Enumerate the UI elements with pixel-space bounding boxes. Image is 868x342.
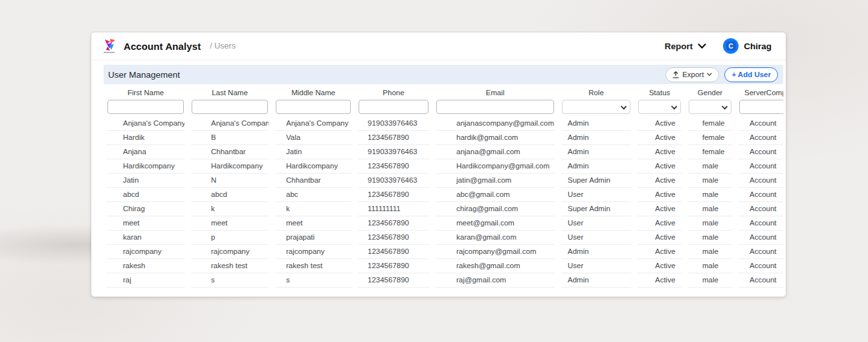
- filter-select-status[interactable]: [638, 100, 681, 114]
- cell-last-name: p: [191, 231, 269, 245]
- cell-role: User: [561, 188, 631, 202]
- cell-last-name: meet: [191, 216, 269, 231]
- cell-email: anjana@gmail.com: [436, 145, 555, 159]
- cell-role: Super Admin: [561, 174, 631, 188]
- cell-gender: male: [688, 202, 732, 216]
- cell-email: rakesh@gmail.com: [436, 259, 555, 273]
- cell-middle-name: Hardikcompany: [275, 159, 351, 174]
- cell-email: anjanascompany@gmail.com: [436, 117, 555, 131]
- brand: Account Analyst / Users: [102, 38, 236, 54]
- cell-role: User: [561, 216, 631, 231]
- cell-middle-name: rajcompany: [275, 245, 351, 259]
- cell-gender: female: [688, 131, 732, 145]
- cell-phone: 1234567890: [358, 245, 429, 259]
- column-header-servercompany: ServerCompany: [735, 84, 783, 98]
- upload-icon: [673, 71, 679, 78]
- cell-status: Active: [638, 131, 682, 145]
- main-card: Account Analyst / Users Report C Chirag …: [91, 32, 786, 297]
- filter-input-servercompany[interactable]: [739, 100, 783, 114]
- cell-middle-name: Vala: [275, 131, 351, 145]
- chevron-down-icon: [707, 73, 712, 76]
- cell-servercompany: Account: [739, 259, 783, 273]
- cell-gender: female: [688, 117, 732, 131]
- cell-middle-name: rakesh test: [275, 259, 351, 273]
- cell-middle-name: abc: [275, 188, 351, 202]
- filter-input-middle-name[interactable]: [276, 100, 351, 114]
- cell-email: jatin@gmail.com: [436, 174, 555, 188]
- cell-servercompany: Account: [739, 273, 783, 288]
- cell-first-name: karan: [107, 231, 184, 245]
- app-header: Account Analyst / Users Report C Chirag: [91, 32, 786, 60]
- cell-last-name: Hardikcompany: [191, 159, 269, 174]
- add-user-button[interactable]: + Add User: [724, 67, 778, 82]
- cell-status: Active: [638, 202, 682, 216]
- toolbar: User Management Export + Add User: [104, 65, 783, 84]
- cell-middle-name: meet: [275, 216, 351, 231]
- cell-email: karan@gmail.com: [436, 231, 555, 245]
- filter-input-phone[interactable]: [359, 100, 428, 114]
- table-row: Anjana's CompanyAnjana's CompanyAnjana's…: [104, 117, 783, 131]
- cell-phone: 1234567890: [358, 216, 429, 231]
- filter-input-first-name[interactable]: [107, 100, 184, 114]
- cell-servercompany: Account: [739, 216, 783, 231]
- cell-email: abc@gmail.com: [436, 188, 555, 202]
- cell-gender: female: [688, 145, 732, 159]
- cell-gender: male: [688, 231, 732, 245]
- user-name: Chirag: [744, 41, 772, 51]
- cell-phone: 1234567890: [358, 259, 429, 273]
- cell-phone: 1234567890: [358, 231, 429, 245]
- column-header-last-name: Last Name: [188, 84, 272, 98]
- cell-email: chirag@gmail.com: [436, 202, 555, 216]
- add-user-label: + Add User: [731, 71, 771, 78]
- cell-phone: 1234567890: [358, 131, 429, 145]
- cell-middle-name: Chhantbar: [275, 174, 351, 188]
- cell-first-name: abcd: [107, 188, 184, 202]
- cell-email: raj@gmail.com: [436, 273, 555, 288]
- column-header-email: Email: [432, 84, 558, 98]
- filter-select-role[interactable]: [562, 100, 630, 114]
- filter-input-last-name[interactable]: [192, 100, 268, 114]
- cell-status: Active: [638, 174, 682, 188]
- cell-phone: 919033976463: [358, 117, 429, 131]
- table-row: rakeshrakesh testrakesh test1234567890ra…: [104, 259, 783, 273]
- cell-email: Hardikcompany@gmail.com: [436, 159, 555, 174]
- cell-last-name: abcd: [191, 188, 269, 202]
- table-row: HardikcompanyHardikcompanyHardikcompany1…: [104, 159, 783, 174]
- cell-status: Active: [638, 216, 682, 231]
- filter-select-gender[interactable]: [689, 100, 731, 114]
- user-menu[interactable]: C Chirag: [723, 38, 772, 54]
- export-button[interactable]: Export: [665, 67, 719, 82]
- breadcrumb: / Users: [210, 41, 236, 51]
- cell-servercompany: Account: [739, 231, 783, 245]
- cell-first-name: Hardik: [107, 131, 184, 145]
- cell-email: rajcompany@gmail.com: [436, 245, 555, 259]
- report-menu[interactable]: Report: [665, 41, 707, 51]
- cell-last-name: N: [191, 174, 269, 188]
- column-header-middle-name: Middle Name: [272, 84, 355, 98]
- user-table: First NameLast NameMiddle NamePhoneEmail…: [104, 84, 783, 288]
- table-filter-row: [104, 98, 783, 117]
- column-header-status: Status: [634, 84, 685, 98]
- chevron-down-icon: [698, 43, 706, 49]
- cell-last-name: Chhantbar: [191, 145, 269, 159]
- cell-servercompany: Account: [739, 131, 783, 145]
- filter-input-email[interactable]: [436, 100, 554, 114]
- cell-phone: 1234567890: [358, 188, 429, 202]
- cell-middle-name: k: [275, 202, 351, 216]
- table-header-row: First NameLast NameMiddle NamePhoneEmail…: [104, 84, 783, 98]
- export-label: Export: [682, 71, 704, 78]
- cell-first-name: Anjana: [107, 145, 184, 159]
- page-title: User Management: [108, 70, 180, 80]
- cell-role: Admin: [561, 159, 631, 174]
- cell-gender: male: [688, 188, 732, 202]
- table-row: AnjanaChhantbarJatin919033976463anjana@g…: [104, 145, 783, 159]
- cell-first-name: rakesh: [107, 259, 184, 273]
- cell-status: Active: [638, 159, 682, 174]
- cell-phone: 1234567890: [358, 159, 429, 174]
- cell-phone: 919033976463: [358, 174, 429, 188]
- cell-role: Admin: [561, 131, 631, 145]
- cell-role: Admin: [561, 245, 631, 259]
- report-label: Report: [665, 41, 693, 51]
- cell-gender: male: [688, 159, 732, 174]
- cell-email: meet@gmail.com: [436, 216, 555, 231]
